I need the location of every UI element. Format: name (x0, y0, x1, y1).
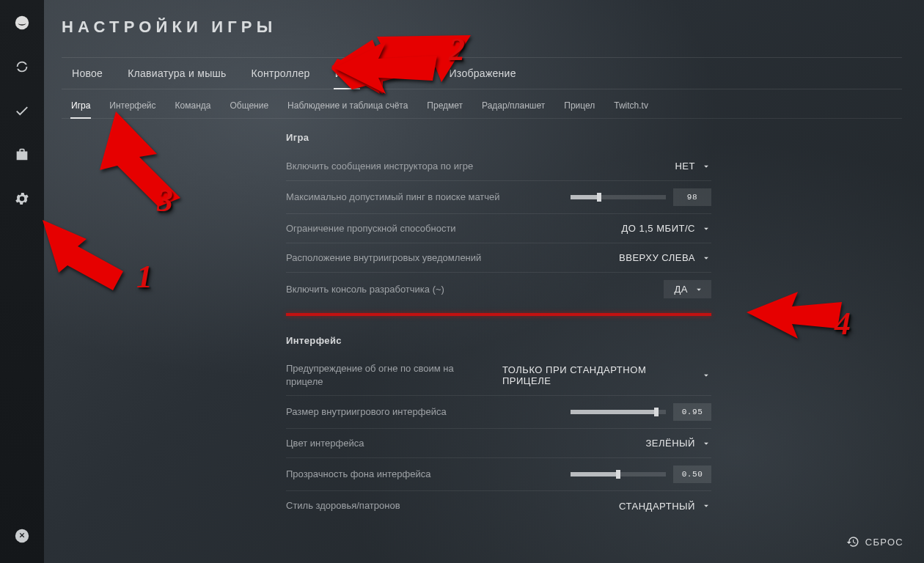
dropdown-notifpos[interactable]: ВВЕРХУ СЛЕВА (619, 252, 711, 263)
chevron-down-icon (694, 284, 704, 295)
slider-hudalpha[interactable] (571, 472, 666, 476)
chevron-down-icon (701, 253, 711, 263)
label-devconsole: Включить консоль разработчика (~) (286, 283, 444, 296)
reset-label: СБРОС (865, 537, 903, 548)
svg-marker-2 (43, 220, 123, 290)
row-hudcolor: Цвет интерфейса ЗЕЛЁНЫЙ (286, 429, 711, 458)
subtab-item[interactable]: Предмет (426, 92, 463, 118)
chevron-down-icon (701, 438, 711, 449)
row-hudalpha: Прозрачность фона интерфейса 0.50 (286, 458, 711, 491)
dropdown-value: ЗЕЛЁНЫЙ (645, 438, 695, 449)
sidebar (0, 0, 44, 563)
tab-controller[interactable]: Контроллер (250, 58, 312, 89)
page-title: НАСТРОЙКИ ИГРЫ (62, 18, 276, 37)
tab-display[interactable]: Изображение (448, 58, 518, 89)
subtab-team[interactable]: Команда (175, 92, 212, 118)
gear-icon[interactable] (12, 189, 32, 208)
value-ping: 98 (673, 188, 711, 206)
row-devconsole: Включить консоль разработчика (~) ДА (286, 273, 711, 306)
subtab-hud[interactable]: Интерфейс (109, 92, 156, 118)
label-notifpos: Расположение внутриигровых уведомлений (286, 251, 481, 265)
sub-tabs: Игра Интерфейс Команда Общение Наблюдени… (62, 92, 902, 119)
dropdown-value: СТАНДАРТНЫЙ (619, 501, 695, 512)
label-ping: Максимально допустимый пинг в поиске мат… (286, 191, 500, 204)
label-hudscale: Размер внутриигрового интерфейса (286, 405, 447, 419)
subtab-crosshair[interactable]: Прицел (563, 92, 595, 118)
dropdown-ffwarn[interactable]: ТОЛЬКО ПРИ СТАНДАРТНОМ ПРИЦЕЛЕ (502, 364, 711, 386)
subtab-twitch[interactable]: Twitch.tv (613, 92, 649, 118)
dropdown-value: ТОЛЬКО ПРИ СТАНДАРТНОМ ПРИЦЕЛЕ (502, 364, 695, 386)
chevron-down-icon (701, 501, 711, 511)
inventory-icon[interactable] (12, 145, 32, 164)
slider-hudscale[interactable] (571, 410, 666, 414)
dropdown-hudcolor[interactable]: ЗЕЛЁНЫЙ (645, 438, 711, 449)
row-instructor: Включить сообщения инструктора по игре Н… (286, 152, 711, 181)
section-title-hud: Интерфейс (286, 335, 711, 346)
dropdown-bandwidth[interactable]: ДО 1,5 МБИТ/С (621, 223, 711, 234)
section-title-game: Игра (286, 132, 711, 143)
history-icon (846, 535, 859, 548)
subtab-radar[interactable]: Радар/планшет (481, 92, 546, 118)
sync-icon[interactable] (12, 57, 32, 76)
dropdown-devconsole[interactable]: ДА (664, 280, 711, 298)
dropdown-healthstyle[interactable]: СТАНДАРТНЫЙ (619, 501, 711, 512)
dropdown-instructor[interactable]: НЕТ (675, 161, 711, 172)
dropdown-value: ДО 1,5 МБИТ/С (621, 223, 695, 234)
svg-marker-9 (100, 111, 180, 207)
chevron-down-icon (701, 370, 711, 380)
row-healthstyle: Стиль здоровья/патронов СТАНДАРТНЫЙ (286, 491, 711, 520)
subtab-game[interactable]: Игра (70, 92, 91, 118)
annotation-1: 1 (43, 220, 153, 296)
annotation-4: 4 (747, 292, 842, 353)
label-hudcolor: Цвет интерфейса (286, 437, 364, 450)
svg-point-0 (15, 16, 29, 29)
label-bandwidth: Ограничение пропускной способности (286, 222, 456, 235)
label-instructor: Включить сообщения инструктора по игре (286, 160, 473, 173)
dropdown-value: ДА (674, 284, 688, 295)
home-icon[interactable] (12, 13, 32, 32)
row-ping: Максимально допустимый пинг в поиске мат… (286, 181, 711, 214)
chevron-down-icon (701, 161, 711, 172)
value-hudscale: 0.95 (673, 403, 711, 421)
row-hudscale: Размер внутриигрового интерфейса 0.95 (286, 396, 711, 429)
annotation-3: 3 (87, 111, 189, 210)
tab-game[interactable]: Игра (334, 58, 360, 89)
check-icon[interactable] (12, 101, 32, 120)
dropdown-value: НЕТ (675, 161, 695, 172)
svg-marker-10 (747, 292, 842, 339)
close-icon[interactable] (12, 526, 32, 545)
subtab-comm[interactable]: Общение (229, 92, 269, 118)
row-notifpos: Расположение внутриигровых уведомлений В… (286, 243, 711, 273)
primary-tabs: Новое Клавиатура и мышь Контроллер Игра … (62, 57, 902, 89)
tab-new[interactable]: Новое (70, 58, 104, 89)
chevron-down-icon (701, 224, 711, 234)
highlight-line (286, 313, 711, 316)
slider-ping[interactable] (571, 195, 666, 199)
label-ffwarn: Предупреждение об огне по своим на прице… (286, 362, 491, 388)
label-healthstyle: Стиль здоровья/патронов (286, 499, 400, 512)
dropdown-value: ВВЕРХУ СЛЕВА (619, 252, 695, 263)
subtab-spectate[interactable]: Наблюдение и таблица счёта (287, 92, 408, 118)
value-hudalpha: 0.50 (673, 466, 711, 483)
row-ffwarn: Предупреждение об огне по своим на прице… (286, 355, 711, 396)
settings-content: Игра Включить сообщения инструктора по и… (286, 132, 711, 520)
label-hudalpha: Прозрачность фона интерфейса (286, 468, 430, 481)
tab-keyboard[interactable]: Клавиатура и мышь (126, 58, 227, 89)
reset-button[interactable]: СБРОС (846, 535, 903, 548)
row-bandwidth: Ограничение пропускной способности ДО 1,… (286, 214, 711, 243)
